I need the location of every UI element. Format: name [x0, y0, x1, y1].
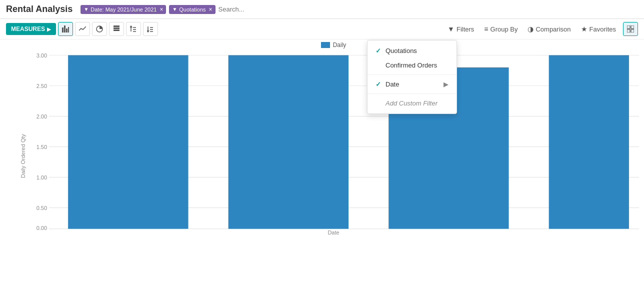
date-menu-item[interactable]: ✓ Date ▶	[368, 77, 456, 92]
x-label-2: 18 Jun 2021	[274, 232, 304, 234]
svg-rect-2	[66, 28, 68, 32]
measures-button[interactable]: MEASURES ▶	[6, 23, 56, 35]
quotations-menu-label: Quotations	[386, 47, 417, 54]
svg-rect-16	[627, 26, 630, 28]
chart-container: Daily Ordered Qty Daily 3.00 2.50 2.00 1…	[0, 40, 644, 272]
sort-desc-button[interactable]	[143, 22, 158, 36]
chart-svg: 3.00 2.50 2.00 1.50 1.00 0.50 0.00 17 Ju…	[28, 50, 639, 234]
comparison-button[interactable]: ◑ Comparison	[524, 23, 574, 35]
svg-text:2.50: 2.50	[36, 83, 47, 89]
date-check: ✓	[376, 80, 382, 88]
filter-icon: ▼	[84, 6, 88, 12]
quotations-filter-label: Quotations	[179, 6, 206, 12]
bar-2	[228, 55, 348, 228]
svg-rect-1	[64, 26, 66, 32]
search-input[interactable]	[218, 6, 638, 13]
svg-rect-3	[68, 27, 69, 32]
sort-asc-button[interactable]	[126, 22, 141, 36]
svg-text:2.00: 2.00	[36, 114, 47, 120]
bar-chart-button[interactable]	[58, 22, 73, 36]
date-filter-label: Date: May 2021/June 2021	[90, 6, 156, 12]
measures-label: MEASURES	[11, 26, 45, 32]
line-chart-icon	[79, 26, 86, 32]
toolbar-right: ▼ Filters ≡ Group By ◑ Comparison ★ Favo…	[444, 22, 638, 36]
groupby-label: Group By	[490, 26, 518, 33]
favorites-button[interactable]: ★ Favorites	[578, 23, 619, 35]
filter-action-icon: ▼	[448, 25, 454, 33]
page-title: Rental Analysis	[6, 4, 72, 14]
filter-icon-2: ▼	[172, 6, 177, 12]
toolbar: MEASURES ▶	[0, 19, 644, 40]
filters-label: Filters	[456, 26, 474, 33]
line-chart-button[interactable]	[75, 22, 90, 36]
add-custom-filter-item[interactable]: Add Custom Filter	[368, 96, 456, 110]
confirmed-orders-menu-item[interactable]: Confirmed Orders	[368, 58, 456, 72]
date-arrow-right: ▶	[444, 80, 448, 88]
svg-rect-6	[114, 28, 120, 29]
filter-tags: ▼ Date: May 2021/June 2021 × ▼ Quotation…	[80, 5, 638, 14]
x-label-4: 20 Jun 2021	[574, 232, 604, 234]
svg-text:0.00: 0.00	[36, 226, 47, 232]
x-label-1: 17 Jun 2021	[113, 232, 144, 234]
top-bar: Rental Analysis ▼ Date: May 2021/June 20…	[0, 0, 644, 19]
menu-divider-2	[368, 94, 456, 94]
quotations-menu-item[interactable]: ✓ Quotations	[368, 44, 456, 58]
comparison-icon: ◑	[528, 25, 534, 33]
star-icon: ★	[581, 25, 588, 33]
filters-button[interactable]: ▼ Filters	[444, 23, 477, 35]
svg-rect-0	[62, 28, 64, 32]
svg-rect-7	[114, 30, 120, 31]
quotations-filter-tag[interactable]: ▼ Quotations ×	[169, 5, 215, 14]
date-filter-tag[interactable]: ▼ Date: May 2021/June 2021 ×	[80, 5, 166, 14]
svg-text:1.50: 1.50	[36, 144, 47, 150]
legend-label: Daily	[333, 42, 346, 48]
pie-chart-icon	[96, 26, 103, 32]
measures-arrow: ▶	[47, 26, 51, 32]
svg-rect-18	[627, 30, 630, 32]
y-axis-label: Daily Ordered Qty	[20, 134, 26, 178]
stacked-chart-button[interactable]	[109, 22, 124, 36]
date-menu-label: Date	[386, 80, 399, 88]
svg-text:3.00: 3.00	[36, 52, 47, 58]
groupby-icon: ≡	[484, 25, 488, 33]
confirmed-orders-menu-label: Confirmed Orders	[386, 62, 437, 69]
quotations-filter-close[interactable]: ×	[209, 6, 212, 13]
sort-desc-icon	[147, 26, 154, 32]
legend-color-box	[321, 42, 330, 48]
filters-dropdown: ✓ Quotations Confirmed Orders ✓ Date ▶ A…	[367, 40, 457, 114]
date-filter-close[interactable]: ×	[160, 6, 163, 13]
svg-text:0.50: 0.50	[36, 205, 47, 211]
x-label-3: 19 Jun 2021	[434, 232, 464, 234]
bar-4	[549, 55, 629, 228]
add-custom-filter-label: Add Custom Filter	[386, 100, 438, 107]
svg-rect-17	[631, 26, 634, 28]
svg-rect-19	[631, 30, 634, 32]
bar-1	[68, 55, 188, 228]
grid-view-button[interactable]	[623, 22, 638, 36]
bar-chart-icon	[62, 26, 69, 32]
chart-legend: Daily	[28, 40, 639, 50]
comparison-label: Comparison	[536, 26, 570, 33]
svg-rect-5	[114, 26, 120, 27]
quotations-check: ✓	[376, 47, 382, 54]
groupby-button[interactable]: ≡ Group By	[481, 23, 520, 35]
sort-asc-icon	[130, 26, 137, 32]
menu-divider-1	[368, 74, 456, 75]
stacked-chart-icon	[113, 26, 120, 32]
pie-chart-button[interactable]	[92, 22, 107, 36]
grid-icon	[627, 26, 634, 32]
favorites-label: Favorites	[590, 26, 616, 33]
svg-text:1.00: 1.00	[36, 174, 47, 180]
